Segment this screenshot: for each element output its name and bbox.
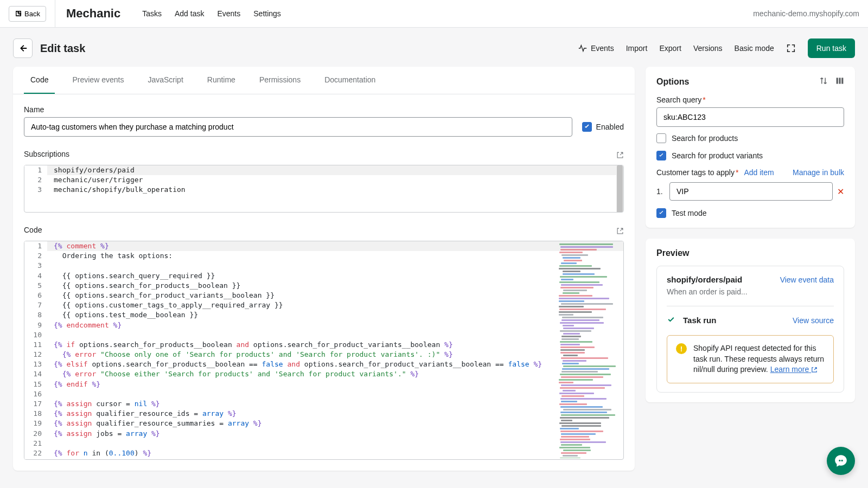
popout-icon — [616, 227, 624, 235]
nav-events[interactable]: Events — [217, 9, 240, 18]
enabled-label: Enabled — [596, 123, 624, 131]
task-tabs: Code Preview events JavaScript Runtime P… — [13, 67, 635, 94]
learn-more-link[interactable]: Learn more — [770, 365, 818, 374]
page-title: Edit task — [40, 42, 85, 55]
back-arrow-icon — [15, 10, 22, 17]
subscriptions-popout[interactable] — [616, 151, 624, 160]
tab-runtime[interactable]: Runtime — [201, 67, 242, 94]
check-icon — [667, 315, 675, 325]
export-action[interactable]: Export — [659, 44, 681, 53]
external-icon — [811, 367, 818, 373]
tab-javascript[interactable]: JavaScript — [141, 67, 189, 94]
import-action[interactable]: Import — [626, 44, 648, 53]
tab-preview-events[interactable]: Preview events — [66, 67, 130, 94]
tag-input-1[interactable] — [669, 182, 833, 201]
search-variants-checkbox[interactable] — [656, 151, 666, 160]
fullscreen-action[interactable] — [786, 43, 796, 53]
search-query-input[interactable] — [656, 107, 844, 127]
add-item-link[interactable]: Add item — [744, 168, 774, 177]
columns-icon — [835, 76, 844, 85]
search-products-label: Search for products — [672, 134, 738, 143]
search-query-label: Search query* — [656, 95, 844, 104]
view-source-link[interactable]: View source — [793, 316, 834, 325]
events-action[interactable]: Events — [578, 43, 614, 53]
nav-settings[interactable]: Settings — [253, 9, 281, 18]
back-label: Back — [24, 10, 40, 18]
task-run-label: Task run — [683, 316, 716, 325]
svg-rect-0 — [837, 78, 838, 84]
popout-icon — [616, 151, 624, 159]
nav-add-task[interactable]: Add task — [175, 9, 204, 18]
shop-url: mechanic-demo.myshopify.com — [753, 9, 859, 18]
options-panel: Options Search query* Search for product… — [646, 67, 855, 228]
sort-icon-button[interactable] — [819, 76, 828, 87]
page-back-button[interactable] — [13, 38, 33, 58]
tab-permissions[interactable]: Permissions — [253, 67, 307, 94]
top-nav: Tasks Add task Events Settings — [142, 9, 281, 18]
sort-icon — [819, 76, 828, 85]
svg-rect-1 — [839, 78, 840, 84]
tab-documentation[interactable]: Documentation — [318, 67, 382, 94]
warning-box: ! Shopify API request detected for this … — [667, 335, 834, 383]
versions-action[interactable]: Versions — [693, 44, 723, 53]
search-variants-label: Search for product variants — [672, 151, 763, 160]
preview-event-name: shopify/orders/paid — [667, 275, 742, 284]
chat-icon — [834, 454, 848, 468]
help-fab[interactable] — [827, 447, 855, 475]
back-button[interactable]: Back — [9, 6, 46, 22]
tab-code[interactable]: Code — [24, 67, 55, 94]
options-title: Options — [656, 77, 689, 87]
subscriptions-label: Subscriptions — [24, 150, 69, 158]
search-products-checkbox[interactable] — [656, 133, 666, 143]
basic-mode-action[interactable]: Basic mode — [735, 44, 774, 53]
preview-panel: Preview shopify/orders/paid View event d… — [646, 239, 855, 402]
divider — [55, 0, 55, 28]
name-label: Name — [24, 105, 624, 114]
minimap[interactable] — [558, 243, 618, 458]
test-mode-label: Test mode — [672, 209, 707, 217]
events-label: Events — [591, 44, 614, 53]
subscriptions-editor[interactable]: 1shopify/orders/paid2mechanic/user/trigg… — [24, 165, 624, 213]
warning-text: Shopify API request detected for this ta… — [693, 343, 825, 375]
run-task-button[interactable]: Run task — [808, 38, 855, 58]
manage-bulk-link[interactable]: Manage in bulk — [793, 168, 844, 177]
columns-icon-button[interactable] — [835, 76, 844, 87]
task-name-input[interactable] — [24, 117, 572, 137]
tags-label: Customer tags to apply* — [656, 168, 738, 177]
enabled-checkbox[interactable] — [582, 122, 592, 132]
warning-icon: ! — [676, 343, 687, 354]
preview-title: Preview — [656, 248, 844, 258]
code-editor[interactable]: 1{% comment %}2 Ordering the task option… — [24, 241, 624, 460]
remove-tag-button[interactable]: ✕ — [837, 187, 844, 197]
fullscreen-icon — [786, 43, 796, 53]
pulse-icon — [578, 43, 588, 53]
arrow-left-icon — [18, 43, 28, 53]
nav-tasks[interactable]: Tasks — [142, 9, 162, 18]
code-label: Code — [24, 226, 42, 234]
scrollbar[interactable] — [616, 165, 623, 212]
test-mode-checkbox[interactable] — [656, 208, 666, 218]
code-popout[interactable] — [616, 227, 624, 236]
preview-event-card: shopify/orders/paid View event data When… — [656, 266, 844, 393]
brand-name: Mechanic — [66, 7, 120, 21]
preview-event-subtext: When an order is paid... — [667, 287, 834, 296]
view-event-data-link[interactable]: View event data — [780, 275, 834, 284]
svg-rect-2 — [841, 78, 843, 84]
tag-number: 1. — [656, 187, 665, 196]
